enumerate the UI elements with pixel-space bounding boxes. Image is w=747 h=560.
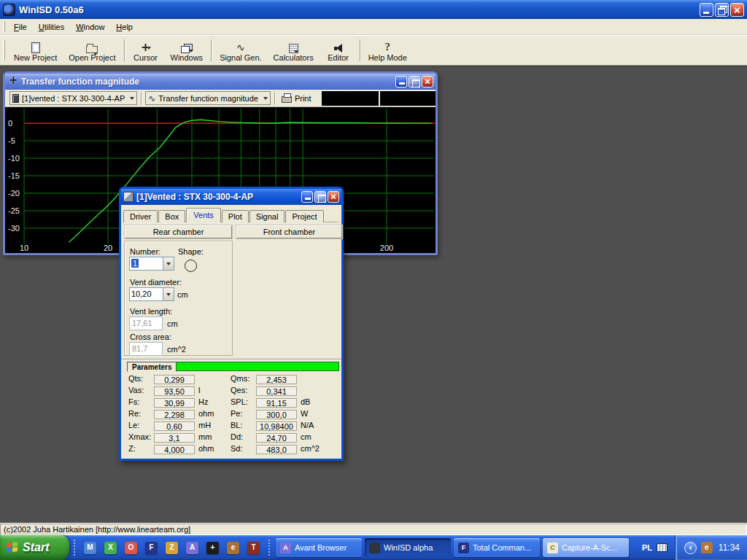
menu-bar: FileUtilitiesWindowHelp	[0, 19, 747, 35]
chevron-down-icon	[93, 52, 98, 55]
chart-window-title: Transfer function magnitude	[21, 77, 392, 87]
winamp-icon[interactable]: Z	[166, 542, 178, 554]
toolbar-button-label: Editor	[328, 53, 349, 62]
cross-area-input[interactable]: 81,7	[129, 342, 163, 356]
signal-gen-icon	[236, 41, 245, 53]
print-button[interactable]: Print	[279, 93, 314, 104]
green-x-icon[interactable]: X	[104, 542, 117, 554]
dialog-titlebar: [1]Vented : STX 30-300-4-AP	[121, 189, 341, 205]
parameter-value: 93,50	[154, 386, 195, 396]
chevron-down-icon	[189, 50, 193, 52]
parameter-label: Sd:	[231, 443, 256, 454]
rear-chamber-button[interactable]: Rear chamber	[125, 225, 232, 238]
taskbar-button-capture-a-sc[interactable]: CCapture-A-Sc...	[543, 538, 629, 557]
toolbar-button-signal-gen[interactable]: Signal Gen.	[214, 37, 267, 63]
rear-chamber-groupbox: Number: Shape: 1 Vent diameter: 10,20 cm…	[124, 241, 233, 356]
chart-minimize-button[interactable]	[395, 76, 407, 88]
keyboard-icon[interactable]	[657, 543, 667, 552]
plot-type-selector[interactable]: Transfer function magnitude	[145, 91, 271, 105]
toolbar-button-help-mode[interactable]: Help Mode	[363, 37, 413, 63]
help-mode-icon	[384, 41, 390, 53]
svg-text:0: 0	[8, 119, 12, 128]
mail-icon[interactable]: M	[84, 542, 96, 554]
front-chamber-button[interactable]: Front chamber	[236, 225, 342, 238]
parameter-label: BL:	[231, 420, 256, 431]
svg-text:10: 10	[20, 244, 28, 252]
restore-button[interactable]	[715, 3, 729, 17]
taskbar-button-total-comman[interactable]: FTotal Comman...	[454, 538, 540, 557]
tab-project[interactable]: Project	[285, 210, 323, 222]
avant-browser-icon[interactable]: A	[186, 542, 198, 554]
language-indicator[interactable]: PL	[642, 543, 652, 552]
parameter-value: 2,453	[256, 375, 297, 384]
circle-shape-icon[interactable]	[185, 260, 197, 272]
vent-length-input[interactable]: 17,61	[129, 316, 163, 330]
tray-chevron-icon[interactable]: ‹	[684, 542, 697, 554]
toolbar-button-calculators[interactable]: Calculators	[268, 37, 320, 63]
taskbar-button-avant-browser[interactable]: AAvant Browser	[276, 538, 362, 557]
dc-plus-plus-icon[interactable]: +	[206, 542, 219, 554]
parameters-right: Qms:2,453Qes:0,341SPL:91,15dBPe:300,0WBL…	[231, 373, 320, 455]
readout-box-2	[379, 91, 436, 106]
toolbar-button-windows[interactable]: Windows	[165, 37, 209, 63]
chart-maximize-button[interactable]	[409, 76, 420, 88]
number-label: Number:	[130, 247, 160, 256]
editor-icon	[333, 43, 344, 53]
minimize-button[interactable]	[700, 3, 713, 17]
tab-driver[interactable]: Driver	[123, 210, 158, 222]
dialog-minimize-button[interactable]	[301, 191, 313, 203]
winisd-icon	[369, 542, 380, 553]
parameters-header-tab[interactable]: Parameters	[127, 362, 177, 372]
parameter-label: Fs:	[128, 397, 154, 408]
opera-icon[interactable]: O	[125, 542, 137, 554]
close-button[interactable]	[730, 3, 744, 17]
chart-window-titlebar: Transfer function magnitude	[5, 74, 436, 90]
tab-signal[interactable]: Signal	[249, 210, 285, 222]
parameter-row: Xmax:3,1mm	[128, 432, 214, 443]
toolbar-button-cursor[interactable]: Cursor	[127, 37, 165, 63]
toolbar-button-new-project[interactable]: New Project	[8, 37, 63, 63]
total-commander-icon[interactable]: F	[145, 542, 158, 554]
tank-game-icon[interactable]: T	[247, 542, 260, 554]
quick-launch: MXOFZA+eT	[74, 540, 270, 556]
svg-text:-15: -15	[8, 171, 20, 180]
dialog-maximize-button[interactable]	[314, 191, 326, 203]
print-label: Print	[295, 94, 311, 103]
toolbar-button-editor[interactable]: Editor	[320, 37, 357, 63]
vent-length-label: Vent length:	[130, 307, 172, 316]
chevron-down-icon[interactable]	[163, 287, 174, 301]
tab-vents[interactable]: Vents	[186, 208, 221, 222]
window-title: WinISD 0.50a6	[19, 4, 696, 15]
parameter-unit: N/A	[301, 421, 314, 429]
emule-icon[interactable]: e	[227, 542, 239, 554]
parameter-unit: ohm	[198, 409, 214, 418]
toolbar-button-open-project[interactable]: Open Project	[63, 37, 121, 63]
project-selector[interactable]: [1]vented : STX 30-300-4-AP	[9, 91, 137, 105]
svg-text:20: 20	[104, 244, 112, 252]
chart-close-button[interactable]	[422, 76, 433, 88]
taskbar-button-winisd-alpha[interactable]: WinISD alpha	[365, 538, 451, 557]
tab-box[interactable]: Box	[158, 210, 185, 222]
parameter-value: 0,299	[154, 375, 195, 384]
parameter-label: Z:	[128, 443, 154, 454]
vent-diameter-combo[interactable]: 10,20	[129, 287, 174, 301]
parameter-unit: cm^2	[301, 444, 320, 453]
dialog-close-button[interactable]	[328, 191, 339, 203]
menu-item-file[interactable]: File	[8, 20, 33, 34]
separator	[141, 92, 142, 105]
parameter-value: 24,70	[256, 433, 297, 443]
start-button[interactable]: Start	[0, 535, 69, 560]
menu-item-window[interactable]: Window	[70, 20, 110, 34]
tab-plot[interactable]: Plot	[222, 210, 249, 222]
chevron-down-icon[interactable]	[163, 257, 174, 271]
separator	[211, 39, 212, 61]
menu-item-help[interactable]: Help	[110, 20, 139, 34]
toolbar-button-label: Cursor	[133, 53, 158, 62]
menu-item-utilities[interactable]: Utilities	[33, 20, 70, 34]
svg-text:-20: -20	[8, 189, 20, 198]
winisd-app-icon	[3, 4, 15, 16]
svg-text:200: 200	[380, 244, 393, 252]
emule-tray-icon[interactable]: e	[701, 542, 713, 553]
number-combo[interactable]: 1	[129, 257, 174, 271]
project-icon	[12, 94, 19, 103]
